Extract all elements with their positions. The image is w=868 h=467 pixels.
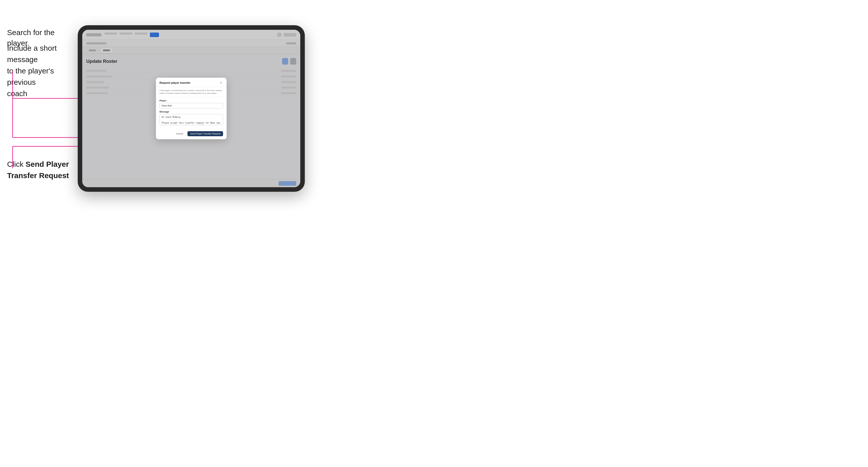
modal-title: Request player transfer — [159, 81, 190, 84]
player-label: Player — [159, 99, 223, 102]
message-textarea[interactable]: Hi Coach McHarg, Please accept this tran… — [159, 114, 223, 125]
send-transfer-request-button[interactable]: Send Player Transfer Request — [187, 131, 223, 136]
modal-description: If the player is transferring from anoth… — [156, 87, 226, 97]
cancel-button[interactable]: Cancel — [173, 131, 185, 136]
tablet-device: Update Roster — [78, 25, 305, 192]
modal-overlay: Request player transfer × If the player … — [82, 30, 300, 187]
tablet-screen: Update Roster — [82, 30, 300, 187]
message-label: Message — [159, 111, 223, 113]
player-input[interactable] — [159, 103, 223, 108]
modal-body: Player Message Hi Coach McHarg, Please a… — [156, 97, 226, 131]
modal-close-button[interactable]: × — [219, 81, 223, 85]
annotation-area: Search for the player. Include a short m… — [0, 0, 76, 467]
modal-footer: Cancel Send Player Transfer Request — [156, 131, 226, 139]
app-background: Update Roster — [82, 30, 300, 187]
annotation-text-click: Click Send Player Transfer Request — [7, 158, 75, 181]
modal-header: Request player transfer × — [156, 78, 226, 87]
modal-dialog: Request player transfer × If the player … — [156, 78, 226, 139]
annotation-text-message: Include a short messageto the player's p… — [7, 42, 75, 99]
